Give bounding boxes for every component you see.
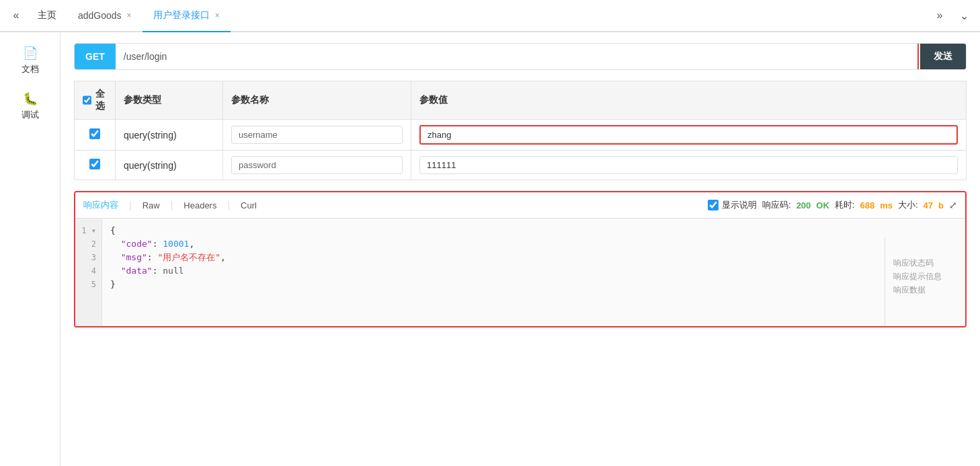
params-table: 全选 参数类型 参数名称 参数值 query(string) (74, 81, 967, 180)
tab-nav-right: » ⌄ (929, 0, 975, 31)
line-num-4: 4 (81, 264, 96, 278)
comment-2: 响应状态码 (893, 256, 957, 270)
content-area: GET 发送 全选 参数类型 参数名称 参数值 (60, 32, 980, 466)
row2-type-cell: query(string) (116, 151, 223, 180)
table-row: query(string) (75, 120, 967, 151)
row1-type-cell: query(string) (116, 120, 223, 151)
show-desc-checkbox[interactable] (708, 200, 719, 210)
resp-tab-content[interactable]: 响应内容 (83, 198, 118, 212)
code-val-code: 10001 (163, 239, 189, 249)
tab-addgoods-close[interactable]: × (127, 11, 132, 20)
sidebar-item-debug[interactable]: 🐛 调试 (0, 83, 60, 129)
code-val-data: null (163, 266, 183, 276)
code-line-2: "code": 10001, (110, 237, 876, 251)
resp-status-ok: OK (816, 200, 829, 210)
resp-tab-divider3: | (227, 200, 230, 210)
code-area: 1 ▾ 2 3 4 5 { "code": 10001, "msg": "用户名… (75, 219, 965, 326)
row1-checkbox-cell (75, 120, 116, 151)
code-line-5: } (110, 278, 876, 291)
docs-icon: 📄 (23, 46, 38, 61)
row1-value-input[interactable] (419, 125, 958, 145)
sidebar: 📄 文档 🐛 调试 (0, 32, 60, 466)
tab-userlogin-label: 用户登录接口 (153, 9, 210, 22)
request-bar: GET 发送 (74, 43, 967, 70)
resp-tab-divider2: | (171, 200, 173, 210)
row2-checkbox[interactable] (89, 159, 100, 169)
comment-column: 响应状态码 响应提示信息 响应数据 (885, 237, 965, 326)
resp-status-code: 200 (797, 200, 811, 210)
tab-userlogin-close[interactable]: × (215, 11, 220, 20)
resp-tab-headers[interactable]: Headers (183, 199, 216, 212)
row2-value-input[interactable] (419, 156, 958, 174)
table-row: query(string) (75, 151, 967, 180)
resp-time-unit: ms (880, 200, 893, 210)
resp-size-unit: b (938, 200, 944, 210)
tab-addgoods-label: addGoods (78, 10, 122, 21)
nav-collapse-button[interactable]: ⌄ (953, 9, 975, 22)
select-all-label: 全选 (95, 88, 107, 112)
line-num-1: 1 ▾ (81, 224, 96, 237)
code-content: { "code": 10001, "msg": "用户名不存在", "data"… (102, 219, 885, 326)
code-key-msg: "msg" (121, 252, 147, 262)
code-key-code: "code" (121, 239, 153, 249)
comment-4: 响应数据 (893, 283, 957, 297)
code-line-1: { (110, 224, 876, 237)
col-select-all-header: 全选 (75, 81, 116, 120)
line-numbers: 1 ▾ 2 3 4 5 (75, 219, 102, 326)
response-header: 响应内容 | Raw | Headers | Curl 显示说明 响应码: 20… (75, 192, 965, 219)
row2-name-cell (223, 151, 411, 180)
row1-checkbox[interactable] (89, 128, 100, 139)
col-param-value-header: 参数值 (411, 81, 967, 120)
response-section: 响应内容 | Raw | Headers | Curl 显示说明 响应码: 20… (74, 191, 967, 327)
resp-status-prefix: 响应码: (762, 199, 791, 211)
row2-checkbox-cell (75, 151, 116, 180)
line-num-3: 3 (81, 251, 96, 264)
row2-name-input[interactable] (231, 156, 403, 174)
url-input[interactable] (116, 44, 920, 69)
comment-1 (893, 243, 957, 256)
method-badge: GET (75, 44, 116, 69)
row1-name-input[interactable] (231, 126, 403, 144)
resp-time-prefix: 耗时: (835, 199, 855, 211)
tab-bar: « 主页 addGoods × 用户登录接口 × » ⌄ (0, 0, 980, 32)
send-button[interactable]: 发送 (920, 44, 966, 69)
row1-name-cell (223, 120, 411, 151)
line-num-2: 2 (81, 237, 96, 251)
sidebar-docs-label: 文档 (22, 63, 39, 75)
resp-size-prefix: 大小: (898, 199, 918, 211)
show-desc-label: 显示说明 (722, 199, 757, 211)
row1-value-cell (411, 120, 967, 151)
resp-tab-divider1: | (129, 200, 132, 210)
tab-userlogin[interactable]: 用户登录接口 × (142, 0, 231, 32)
code-key-data: "data" (121, 266, 153, 276)
debug-icon: 🐛 (23, 91, 38, 106)
resp-time-value: 688 (860, 200, 874, 210)
nav-right-button[interactable]: » (929, 9, 950, 22)
col-param-name-header: 参数名称 (223, 81, 411, 120)
nav-left-button[interactable]: « (5, 0, 27, 31)
tab-home[interactable]: 主页 (27, 0, 67, 31)
col-param-type-header: 参数类型 (116, 81, 223, 120)
sidebar-debug-label: 调试 (22, 109, 39, 121)
main-layout: 📄 文档 🐛 调试 GET 发送 全选 (0, 32, 980, 466)
code-val-msg: "用户名不存在" (157, 252, 220, 262)
resp-meta: 显示说明 响应码: 200 OK 耗时: 688 ms 大小: 47 b ⤢ (708, 199, 957, 211)
code-line-3: "msg": "用户名不存在", (110, 251, 876, 264)
tab-addgoods[interactable]: addGoods × (67, 0, 142, 32)
sidebar-item-docs[interactable]: 📄 文档 (0, 38, 60, 83)
row2-value-cell (411, 151, 967, 180)
resp-tab-raw[interactable]: Raw (142, 199, 160, 212)
comment-5 (893, 297, 957, 310)
resp-tab-curl[interactable]: Curl (241, 199, 257, 212)
comment-3: 响应提示信息 (893, 270, 957, 283)
resp-size-value: 47 (924, 200, 933, 210)
code-line-4: "data": null (110, 264, 876, 278)
expand-icon[interactable]: ⤢ (949, 200, 957, 210)
select-all-checkbox[interactable] (83, 95, 91, 106)
line-num-5: 5 (81, 278, 96, 291)
